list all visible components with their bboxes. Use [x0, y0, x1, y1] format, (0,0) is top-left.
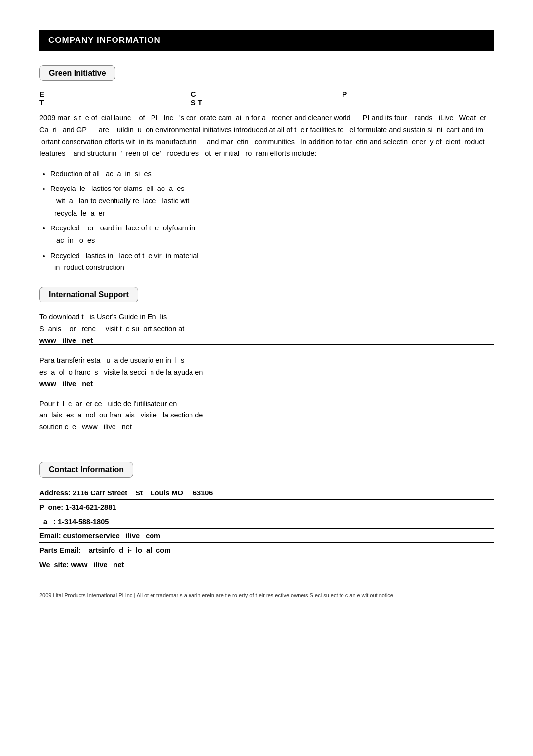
eco-header-row1: E C P [39, 90, 494, 98]
bullet-item: Recycla le lastics for clams ell ac a es… [50, 183, 494, 219]
contact-information-label: Contact Information [39, 462, 133, 478]
contact-email: Email: customerservice ilive com [39, 529, 494, 543]
support-text-french: Pour t l c ar er ce uide de l'utilisateu… [39, 398, 494, 434]
contact-website: We site: www ilive net [39, 558, 494, 571]
support-entry-english: To download t is User's Guide in En lis … [39, 311, 494, 351]
international-support-section: International Support To download t is U… [39, 287, 494, 449]
bullet-item: Recycled er oard in lace of t e olyfoam … [50, 222, 494, 246]
green-initiative-section: Green Initiative E C P T S T 2009 mar s … [39, 65, 494, 274]
bullet-item: Recycled lastics in lace of t e vir in m… [50, 250, 494, 274]
eco-col-c: C [191, 90, 343, 98]
eco-header-row2: T S T [39, 98, 494, 107]
support-entry-french: Pour t l c ar er ce uide de l'utilisateu… [39, 398, 494, 450]
green-initiative-label: Green Initiative [39, 65, 115, 81]
green-initiative-body: 2009 mar s t e of cial launc of PI Inc '… [39, 113, 494, 160]
international-support-label: International Support [39, 287, 138, 302]
contact-information-section: Contact Information Address: 2116 Carr S… [39, 462, 494, 571]
company-info-title: COMPANY INFORMATION [48, 36, 161, 45]
footer-text: 2009 i ital Products International PI In… [39, 592, 393, 598]
footer: 2009 i ital Products International PI In… [39, 591, 494, 600]
contact-address: Address: 2116 Carr Street St Louis MO 63… [39, 487, 494, 500]
eco-col-p: P [342, 90, 494, 98]
contact-fax: a : 1-314-588-1805 [39, 515, 494, 529]
company-info-header: COMPANY INFORMATION [39, 30, 494, 51]
support-url-english: www ilive net [39, 337, 494, 345]
support-url-spanish: www ilive net [39, 380, 494, 388]
eco-col-st: S T [191, 98, 343, 107]
contact-parts-email: Parts Email: artsinfo d i- lo al com [39, 544, 494, 557]
support-text-spanish: Para transferir esta u a de usuario en i… [39, 355, 494, 378]
support-url-french [39, 435, 494, 443]
bullet-item: Reduction of all ac a in si es [50, 168, 494, 180]
support-entry-spanish: Para transferir esta u a de usuario en i… [39, 355, 494, 394]
eco-col-blank [342, 98, 494, 107]
contact-phone: P one: 1-314-621-2881 [39, 501, 494, 514]
eco-col-t: T [39, 98, 191, 107]
green-initiative-bullets: Reduction of all ac a in si es Recycla l… [39, 168, 494, 274]
eco-col-e: E [39, 90, 191, 98]
support-text-english: To download t is User's Guide in En lis … [39, 311, 494, 335]
